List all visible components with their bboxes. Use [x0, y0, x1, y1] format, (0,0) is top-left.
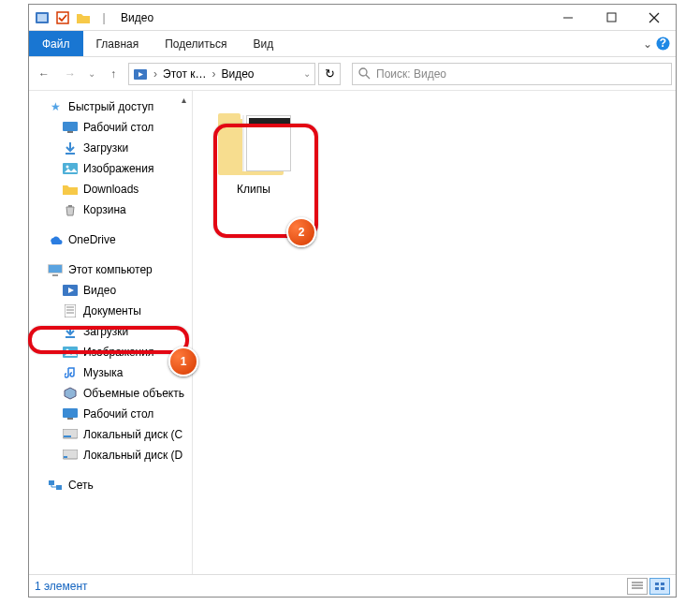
sidebar-network[interactable]: Сеть [31, 475, 192, 495]
quick-access[interactable]: ★ Быстрый доступ [31, 96, 192, 117]
nav-pane: ▴ ★ Быстрый доступ Рабочий стол Загрузки… [29, 91, 193, 574]
tab-file[interactable]: Файл [29, 31, 83, 56]
sidebar-item-3d[interactable]: Объемные объекть [31, 383, 192, 404]
ribbon-tabs: Файл Главная Поделиться Вид ⌄ ? [29, 31, 676, 57]
search-placeholder: Поиск: Видео [376, 67, 446, 81]
window-title: Видео [121, 11, 153, 24]
tab-home[interactable]: Главная [83, 31, 153, 56]
folder-clips[interactable]: Клипы [211, 113, 296, 196]
breadcrumb-video[interactable]: Видео [221, 67, 254, 81]
desktop-icon [63, 406, 78, 421]
nav-bar: ← → ⌄ ↑ Этот к… Видео ⌄ ↻ Поиск: Видео [29, 57, 676, 91]
svg-rect-21 [52, 274, 58, 276]
tab-share[interactable]: Поделиться [152, 31, 240, 56]
tab-view[interactable]: Вид [240, 31, 286, 56]
video-library-icon [33, 8, 51, 27]
sidebar-item-pictures[interactable]: Изображения [31, 158, 192, 179]
svg-rect-45 [661, 587, 664, 590]
download-icon [63, 140, 78, 155]
folder-icon [74, 8, 93, 27]
desktop-icon [63, 120, 78, 135]
sidebar-item-pictures2[interactable]: Изображения [31, 342, 192, 362]
search-box[interactable]: Поиск: Видео [352, 63, 672, 85]
disk-icon [63, 427, 78, 442]
scroll-up-icon[interactable]: ▴ [177, 93, 190, 106]
star-icon: ★ [48, 99, 63, 114]
sidebar-item-desktop2[interactable]: Рабочий стол [31, 404, 192, 424]
sidebar-item-disk-d[interactable]: Локальный диск (D [31, 445, 192, 465]
document-icon [63, 303, 78, 318]
checkbox-icon[interactable] [53, 8, 72, 27]
sidebar-item-downloads[interactable]: Загрузки [31, 138, 192, 158]
svg-rect-4 [607, 13, 616, 22]
svg-point-30 [66, 349, 69, 352]
sidebar-item-recycle[interactable]: Корзина [31, 199, 192, 220]
svg-rect-13 [63, 122, 78, 131]
search-icon [358, 67, 371, 80]
item-count: 1 элемент [35, 580, 88, 593]
svg-rect-43 [661, 583, 664, 585]
svg-rect-44 [655, 587, 659, 590]
svg-rect-1 [37, 14, 47, 22]
sidebar-item-downloads-en[interactable]: Downloads [31, 179, 192, 199]
folder-icon [63, 182, 78, 197]
ribbon-right: ⌄ ? [638, 31, 676, 56]
svg-rect-37 [49, 480, 54, 485]
svg-point-11 [359, 68, 367, 76]
close-button[interactable] [633, 5, 676, 31]
status-bar: 1 элемент [29, 574, 676, 597]
content-area[interactable]: Клипы [193, 91, 676, 574]
maximize-button[interactable] [590, 5, 633, 31]
sidebar-item-disk-c[interactable]: Локальный диск (C [31, 424, 192, 445]
video-folder-icon [133, 67, 148, 81]
sidebar-onedrive[interactable]: OneDrive [31, 229, 192, 250]
sidebar-item-videos[interactable]: Видео [31, 280, 192, 301]
svg-rect-14 [67, 131, 73, 133]
download-icon [63, 324, 78, 339]
svg-rect-34 [64, 435, 71, 437]
view-details-button[interactable] [627, 578, 648, 595]
network-icon [48, 478, 63, 493]
svg-rect-32 [67, 418, 73, 420]
recycle-icon [63, 202, 78, 217]
explorer-body: ▴ ★ Быстрый доступ Рабочий стол Загрузки… [29, 91, 676, 574]
sidebar-this-pc[interactable]: Этот компьютер [31, 259, 192, 280]
help-icon[interactable]: ? [656, 37, 670, 51]
sidebar-item-desktop[interactable]: Рабочий стол [31, 117, 192, 138]
view-icons-button[interactable] [649, 578, 670, 595]
svg-rect-29 [63, 347, 78, 358]
minimize-button[interactable] [547, 5, 590, 31]
svg-rect-31 [63, 408, 78, 418]
svg-rect-36 [64, 456, 67, 458]
music-icon [63, 365, 78, 380]
explorer-window: | Видео Файл Главная Поделиться Вид ⌄ ? … [28, 4, 677, 598]
address-bar[interactable]: Этот к… Видео ⌄ [128, 63, 315, 85]
up-button[interactable]: ↑ [102, 63, 124, 85]
quick-access-toolbar: | [29, 8, 113, 27]
sidebar-item-music[interactable]: Музыка [31, 362, 192, 383]
address-dropdown-icon[interactable]: ⌄ [303, 68, 311, 79]
folder-thumbnail [216, 113, 291, 179]
disk-icon [63, 448, 78, 463]
svg-point-17 [66, 166, 69, 169]
pictures-icon [63, 161, 78, 176]
view-switcher [627, 578, 670, 595]
svg-rect-20 [49, 265, 62, 273]
cloud-icon [48, 232, 63, 247]
title-bar: | Видео [29, 5, 676, 31]
sidebar-item-downloads2[interactable]: Загрузки [31, 321, 192, 342]
chevron-down-icon[interactable]: ⌄ [643, 37, 652, 51]
back-button[interactable]: ← [33, 63, 55, 85]
breadcrumb-this-pc[interactable]: Этот к… [163, 67, 206, 81]
sidebar-item-documents[interactable]: Документы [31, 301, 192, 321]
svg-rect-2 [57, 12, 68, 23]
forward-button[interactable]: → [59, 63, 81, 85]
pc-icon [48, 262, 63, 277]
divider-icon: | [95, 8, 113, 27]
svg-rect-16 [63, 163, 78, 174]
cube-icon [63, 386, 78, 401]
folder-label: Клипы [211, 183, 296, 196]
svg-rect-42 [655, 583, 659, 585]
recent-dropdown[interactable]: ⌄ [85, 63, 98, 85]
refresh-button[interactable]: ↻ [318, 63, 341, 85]
